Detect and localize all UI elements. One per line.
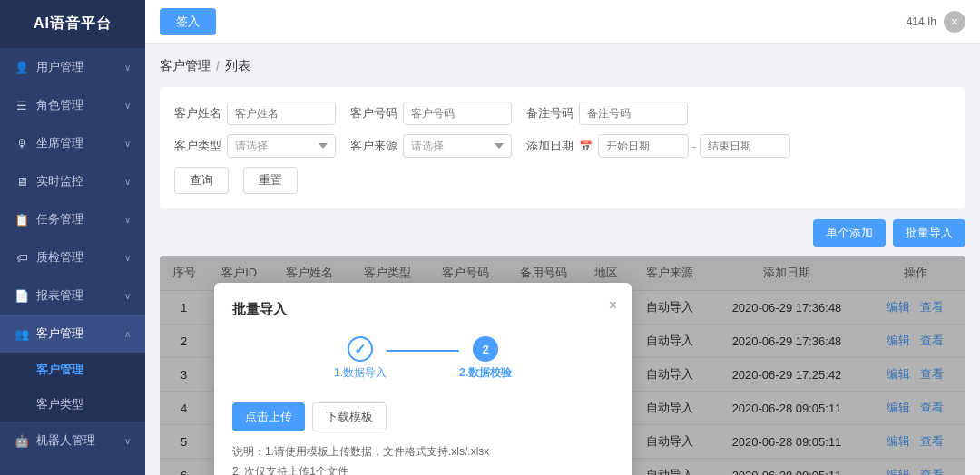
sidebar-item-label: 实时监控 <box>36 173 83 189</box>
breadcrumb: 客户管理 / 列表 <box>160 58 965 74</box>
sidebar: AI语音平台 👤 用户管理 ∨ ☰ 角色管理 ∨ 🎙 坐席管理 ∨ 🖥 实时监控… <box>0 0 145 475</box>
chevron-down-icon: ∨ <box>124 436 131 446</box>
chevron-down-icon: ∨ <box>124 63 131 73</box>
step-2: 2 2.数据校验 <box>459 336 512 381</box>
filter-code-input[interactable] <box>403 102 512 125</box>
sidebar-item-label: 坐席管理 <box>36 135 83 151</box>
filter-remark-label: 备注号码 <box>526 105 573 121</box>
filter-name-label: 客户姓名 <box>174 105 221 121</box>
sidebar-sub-menu: 客户管理 客户类型 <box>0 353 145 422</box>
topbar-right: 414 Ih × <box>906 11 965 33</box>
customer-icon: 👥 <box>15 326 29 341</box>
step-connector <box>387 350 459 352</box>
sidebar-item-label: 角色管理 <box>36 97 83 113</box>
chevron-down-icon: ∨ <box>124 177 131 187</box>
chevron-down-icon: ∨ <box>124 101 131 111</box>
seat-icon: 🎙 <box>15 136 29 150</box>
date-range: 📅 - <box>579 134 790 158</box>
query-button[interactable]: 查询 <box>174 167 229 194</box>
sidebar-item-label: 用户管理 <box>36 59 83 75</box>
data-table-wrap: 序号 客户ID 客户姓名 客户类型 客户号码 备用号码 地区 客户来源 添加日期… <box>160 256 965 475</box>
sidebar-item-seat-mgmt[interactable]: 🎙 坐席管理 ∨ <box>0 124 145 162</box>
table-toolbar: 单个添加 批量导入 <box>160 219 965 247</box>
filter-date-label: 添加日期 <box>526 138 573 154</box>
chevron-down-icon: ∨ <box>124 291 131 301</box>
date-separator: - <box>692 140 696 153</box>
modal-close-button[interactable]: × <box>609 297 617 314</box>
tip-line-1: 说明：1.请使用模板上传数据，文件格式支持.xls/.xlsx <box>232 442 613 462</box>
filter-source-label: 客户来源 <box>350 138 397 154</box>
report-icon: 📄 <box>15 288 29 303</box>
step-2-label: 2.数据校验 <box>459 365 512 381</box>
filter-row-2: 客户类型 请选择 客户来源 请选择 添加日期 📅 - <box>174 134 951 158</box>
step-2-circle: 2 <box>473 336 498 362</box>
signin-button[interactable]: 签入 <box>160 8 216 35</box>
checkmark-icon: ✓ <box>354 341 366 358</box>
sidebar-item-user-mgmt[interactable]: 👤 用户管理 ∨ <box>0 48 145 86</box>
filter-row-1: 客户姓名 客户号码 备注号码 <box>174 102 951 125</box>
filter-remark: 备注号码 <box>526 102 688 125</box>
sidebar-item-label: 报表管理 <box>36 287 83 304</box>
upload-tips: 说明：1.请使用模板上传数据，文件格式支持.xls/.xlsx 2. 次仅支持上… <box>232 442 613 475</box>
sidebar-item-realtime-monitor[interactable]: 🖥 实时监控 ∨ <box>0 162 145 200</box>
upload-button[interactable]: 点击上传 <box>232 402 305 431</box>
chevron-down-icon: ∨ <box>124 253 131 263</box>
sidebar-item-label: 质检管理 <box>36 249 83 266</box>
chevron-up-icon: ∧ <box>124 329 131 339</box>
filter-name: 客户姓名 <box>174 102 336 125</box>
user-icon: 👤 <box>15 60 29 74</box>
reset-button[interactable]: 重置 <box>243 167 298 194</box>
content-area: 客户管理 / 列表 客户姓名 客户号码 备注号码 <box>145 44 980 475</box>
calendar-icon: 📅 <box>579 140 593 152</box>
sidebar-item-label: 客户管理 <box>36 325 83 342</box>
filter-source: 客户来源 请选择 <box>350 134 512 158</box>
filter-name-input[interactable] <box>227 102 336 125</box>
date-start-input[interactable] <box>598 134 689 158</box>
sidebar-item-customer-type[interactable]: 客户类型 <box>0 387 145 422</box>
role-icon: ☰ <box>15 98 29 112</box>
download-template-button[interactable]: 下载模板 <box>312 402 387 431</box>
chevron-down-icon: ∨ <box>124 215 131 225</box>
batch-import-button[interactable]: 批量导入 <box>893 219 965 247</box>
filter-source-select[interactable]: 请选择 <box>403 134 512 158</box>
filter-type-label: 客户类型 <box>174 138 221 154</box>
upload-area: 点击上传 下载模板 <box>232 402 613 431</box>
sidebar-item-label: 机器人管理 <box>36 432 95 449</box>
quality-icon: 🏷 <box>15 250 29 265</box>
tip-line-2: 2. 次仅支持上传1个文件 <box>232 462 613 475</box>
topbar: 签入 414 Ih × <box>145 0 980 44</box>
username-text: 414 Ih <box>906 15 936 28</box>
modal-overlay: 批量导入 × ✓ 1.数据导入 2 2.数据校验 <box>160 256 965 475</box>
breadcrumb-parent: 客户管理 <box>160 58 211 74</box>
filter-panel: 客户姓名 客户号码 备注号码 客户类型 请选择 <box>160 87 965 208</box>
batch-import-modal: 批量导入 × ✓ 1.数据导入 2 2.数据校验 <box>214 283 632 475</box>
filter-remark-input[interactable] <box>579 102 688 125</box>
breadcrumb-current: 列表 <box>225 58 250 74</box>
filter-code: 客户号码 <box>350 102 512 125</box>
sidebar-item-customer-list[interactable]: 客户管理 <box>0 353 145 387</box>
robot-icon: 🤖 <box>15 433 29 448</box>
app-logo: AI语音平台 <box>0 0 145 48</box>
sidebar-item-label: 任务管理 <box>36 211 83 228</box>
step-1-circle: ✓ <box>348 336 373 362</box>
steps: ✓ 1.数据导入 2 2.数据校验 <box>232 336 613 381</box>
sidebar-item-quality-check[interactable]: 🏷 质检管理 ∨ <box>0 238 145 276</box>
sidebar-item-role-mgmt[interactable]: ☰ 角色管理 ∨ <box>0 86 145 124</box>
step-1-label: 1.数据导入 <box>334 365 387 381</box>
modal-title: 批量导入 <box>232 301 613 318</box>
sidebar-item-robot-mgmt[interactable]: 🤖 机器人管理 ∨ <box>0 422 145 460</box>
filter-date: 添加日期 📅 - <box>526 134 790 158</box>
date-end-input[interactable] <box>700 134 790 158</box>
monitor-icon: 🖥 <box>15 174 29 189</box>
step-1: ✓ 1.数据导入 <box>334 336 387 381</box>
filter-type-select[interactable]: 请选择 <box>227 134 336 158</box>
chevron-down-icon: ∨ <box>124 139 131 149</box>
breadcrumb-separator: / <box>216 59 220 73</box>
sidebar-item-customer-mgmt[interactable]: 👥 客户管理 ∧ <box>0 315 145 353</box>
single-add-button[interactable]: 单个添加 <box>813 219 886 247</box>
sidebar-item-report-mgmt[interactable]: 📄 报表管理 ∨ <box>0 276 145 315</box>
close-button[interactable]: × <box>944 11 965 33</box>
task-icon: 📋 <box>15 212 29 227</box>
main-area: 签入 414 Ih × 客户管理 / 列表 客户姓名 客户号码 <box>145 0 980 475</box>
sidebar-item-task-mgmt[interactable]: 📋 任务管理 ∨ <box>0 200 145 238</box>
